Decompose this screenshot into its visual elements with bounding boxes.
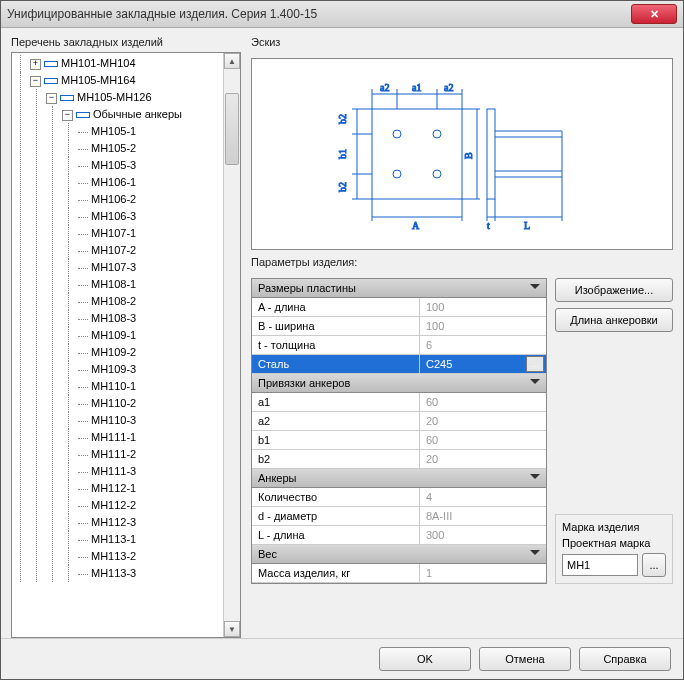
ok-button[interactable]: OK [379, 647, 471, 671]
tree-node[interactable]: МН105-МН126 [77, 91, 152, 103]
grid-key: Сталь [252, 355, 420, 373]
grid-value[interactable]: 20 [420, 412, 546, 430]
tree-leaf[interactable]: МН113-1 [91, 533, 136, 545]
grid-value[interactable]: 100 [420, 317, 546, 335]
grid-row[interactable]: Масса изделия, кг1 [252, 564, 546, 583]
tree-leaf[interactable]: МН111-2 [91, 448, 136, 460]
tree-leaf[interactable]: МН106-2 [91, 193, 136, 205]
scroll-thumb[interactable] [225, 93, 239, 165]
grid-value[interactable]: 60 [420, 393, 546, 411]
tree-title: Перечень закладных изделий [11, 36, 241, 48]
tree-leaf[interactable]: МН107-3 [91, 261, 136, 273]
tree-node[interactable]: Обычные анкеры [93, 108, 182, 120]
collapse-icon[interactable]: − [30, 76, 41, 87]
grid-section-header[interactable]: Вес [252, 545, 546, 564]
expand-icon[interactable]: + [30, 59, 41, 70]
tree-leaf[interactable]: МН109-3 [91, 363, 136, 375]
svg-rect-0 [372, 109, 462, 199]
grid-row[interactable]: b220 [252, 450, 546, 469]
cancel-button[interactable]: Отмена [479, 647, 571, 671]
ellipsis-icon[interactable]: … [526, 356, 544, 372]
tree-leaf[interactable]: МН112-1 [91, 482, 136, 494]
grid-section-header[interactable]: Анкеры [252, 469, 546, 488]
tree-leaf[interactable]: МН108-3 [91, 312, 136, 324]
grid-value[interactable]: 1 [420, 564, 546, 582]
grid-value[interactable]: 8A-III [420, 507, 546, 525]
grid-key: L - длина [252, 526, 420, 544]
mark-group: Марка изделия Проектная марка МН1 ... [555, 514, 673, 584]
grid-row[interactable]: t - толщина6 [252, 336, 546, 355]
grid-row[interactable]: d - диаметр8A-III [252, 507, 546, 526]
grid-row[interactable]: b160 [252, 431, 546, 450]
scroll-up-icon[interactable]: ▲ [224, 53, 240, 69]
tree-leaf[interactable]: МН105-1 [91, 125, 136, 137]
grid-key: d - диаметр [252, 507, 420, 525]
collapse-icon[interactable]: − [46, 93, 57, 104]
tree-leaf[interactable]: МН111-3 [91, 465, 136, 477]
mark-input[interactable]: МН1 [562, 554, 638, 576]
tree-leaf[interactable]: МН111-1 [91, 431, 136, 443]
grid-value[interactable]: 4 [420, 488, 546, 506]
grid-row[interactable]: a160 [252, 393, 546, 412]
scroll-down-icon[interactable]: ▼ [224, 621, 240, 637]
collapse-icon[interactable]: − [62, 110, 73, 121]
tree-leaf[interactable]: МН105-2 [91, 142, 136, 154]
grid-value[interactable]: 300 [420, 526, 546, 544]
svg-text:t: t [487, 220, 490, 231]
tree-leaf[interactable]: МН109-1 [91, 329, 136, 341]
window-title: Унифицированные закладные изделия. Серия… [7, 7, 631, 21]
mark-browse-button[interactable]: ... [642, 553, 666, 577]
tree-leaf[interactable]: МН107-1 [91, 227, 136, 239]
leaf-icon [78, 285, 88, 286]
grid-section-header[interactable]: Размеры пластины [252, 279, 546, 298]
tree-leaf[interactable]: МН113-2 [91, 550, 136, 562]
tree-leaf[interactable]: МН108-2 [91, 295, 136, 307]
tree-leaf[interactable]: МН108-1 [91, 278, 136, 290]
tree-leaf[interactable]: МН113-3 [91, 567, 136, 579]
svg-text:B: B [463, 152, 474, 159]
grid-row[interactable]: a220 [252, 412, 546, 431]
grid-key: b1 [252, 431, 420, 449]
params-grid[interactable]: Размеры пластиныA - длина100B - ширина10… [251, 278, 547, 584]
params-label: Параметры изделия: [251, 256, 673, 268]
sketch-panel: a2 a1 a2 b2 b1 b2 A B [251, 58, 673, 250]
leaf-icon [78, 370, 88, 371]
tree-scrollbar[interactable]: ▲ ▼ [223, 53, 240, 637]
anchor-length-button[interactable]: Длина анкеровки [555, 308, 673, 332]
grid-row[interactable]: L - длина300 [252, 526, 546, 545]
chevron-down-icon [530, 284, 540, 294]
tree-leaf[interactable]: МН110-2 [91, 397, 136, 409]
grid-row[interactable]: A - длина100 [252, 298, 546, 317]
tree-leaf[interactable]: МН110-3 [91, 414, 136, 426]
leaf-icon [78, 421, 88, 422]
embed-tree[interactable]: +МН101-МН104 −МН105-МН164 −МН105-МН126 −… [12, 53, 224, 637]
tree-leaf[interactable]: МН107-2 [91, 244, 136, 256]
leaf-icon [78, 574, 88, 575]
grid-value[interactable]: 20 [420, 450, 546, 468]
grid-row[interactable]: СтальC245… [252, 355, 546, 374]
leaf-icon [78, 506, 88, 507]
tree-leaf[interactable]: МН105-3 [91, 159, 136, 171]
grid-value[interactable]: 100 [420, 298, 546, 316]
grid-value[interactable]: 6 [420, 336, 546, 354]
tree-leaf[interactable]: МН112-2 [91, 499, 136, 511]
tree-leaf[interactable]: МН109-2 [91, 346, 136, 358]
help-button[interactable]: Справка [579, 647, 671, 671]
tree-leaf[interactable]: МН106-1 [91, 176, 136, 188]
grid-value[interactable]: 60 [420, 431, 546, 449]
tree-leaf[interactable]: МН106-3 [91, 210, 136, 222]
grid-row[interactable]: B - ширина100 [252, 317, 546, 336]
tree-leaf[interactable]: МН112-3 [91, 516, 136, 528]
grid-section-header[interactable]: Привязки анкеров [252, 374, 546, 393]
leaf-icon [78, 438, 88, 439]
image-button[interactable]: Изображение... [555, 278, 673, 302]
grid-key: Количество [252, 488, 420, 506]
close-button[interactable]: ✕ [631, 4, 677, 24]
tree-node[interactable]: МН105-МН164 [61, 74, 136, 86]
tree-node[interactable]: МН101-МН104 [61, 57, 136, 69]
grid-value[interactable]: C245… [420, 355, 546, 373]
grid-row[interactable]: Количество4 [252, 488, 546, 507]
folder-icon [76, 112, 90, 118]
leaf-icon [78, 183, 88, 184]
tree-leaf[interactable]: МН110-1 [91, 380, 136, 392]
